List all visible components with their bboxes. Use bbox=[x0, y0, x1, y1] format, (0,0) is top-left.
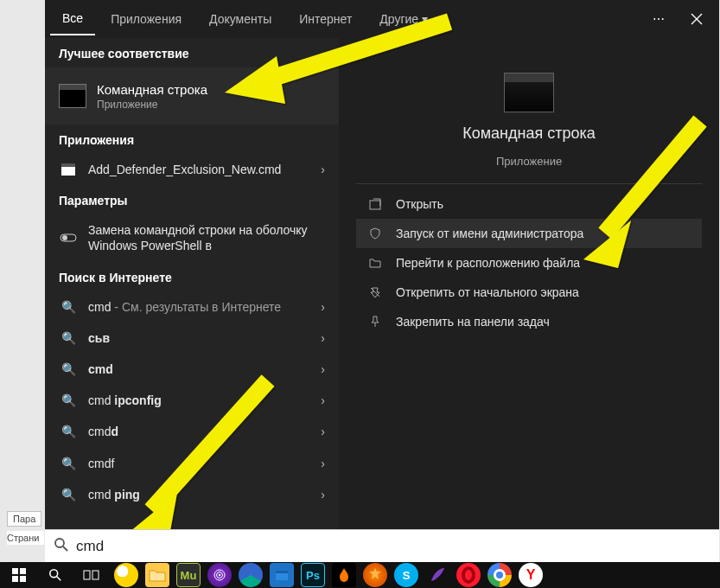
web-result-item[interactable]: 🔍 cmd › bbox=[45, 354, 339, 385]
web-result-item[interactable]: 🔍 сьв › bbox=[45, 323, 339, 354]
pin-icon bbox=[366, 316, 384, 328]
batch-file-icon bbox=[59, 163, 78, 176]
svg-rect-1 bbox=[61, 163, 75, 167]
taskbar-app-yandex-browser[interactable]: Y bbox=[519, 563, 543, 587]
chevron-right-icon: › bbox=[321, 457, 325, 470]
start-button[interactable] bbox=[2, 562, 36, 588]
action-label: Запуск от имени администратора bbox=[396, 227, 583, 240]
preview-app-icon bbox=[504, 73, 554, 112]
taskbar-app-tor[interactable] bbox=[207, 563, 232, 587]
search-icon: 🔍 bbox=[59, 393, 78, 407]
close-icon bbox=[691, 13, 703, 25]
section-apps: Приложения bbox=[45, 125, 339, 154]
tab-documents[interactable]: Документы bbox=[197, 3, 284, 35]
taskbar-app-calendar[interactable] bbox=[270, 563, 294, 587]
web-result-item[interactable]: 🔍 cmd ping › bbox=[45, 479, 339, 510]
taskbar-app-yandex[interactable] bbox=[114, 563, 138, 587]
behind-tooltip-2: Страни bbox=[7, 531, 44, 545]
taskbar-app-feather[interactable] bbox=[425, 563, 449, 587]
web-result-item[interactable]: 🔍 cmdf › bbox=[45, 448, 339, 479]
taskbar-app-explorer[interactable] bbox=[145, 563, 169, 587]
svg-point-5 bbox=[55, 539, 64, 547]
result-label: cmd bbox=[88, 361, 310, 377]
more-options-button[interactable]: ⋯ bbox=[641, 0, 676, 38]
svg-rect-8 bbox=[12, 576, 18, 582]
chevron-right-icon: › bbox=[321, 300, 325, 314]
section-best-match: Лучшее соответствие bbox=[45, 38, 339, 67]
action-unpin-start[interactable]: Открепить от начального экрана bbox=[356, 278, 702, 307]
svg-point-15 bbox=[219, 574, 220, 576]
tab-more[interactable]: Другие ▾ bbox=[367, 3, 440, 35]
search-input[interactable] bbox=[76, 538, 710, 555]
svg-point-10 bbox=[50, 570, 58, 578]
best-match-title: Командная строка bbox=[97, 82, 207, 97]
search-icon: 🔍 bbox=[59, 362, 78, 376]
search-icon: 🔍 bbox=[59, 331, 78, 345]
action-pin-taskbar[interactable]: Закрепить на панели задач bbox=[356, 307, 702, 336]
folder-icon bbox=[366, 258, 384, 268]
taskbar-app-flame[interactable] bbox=[332, 563, 356, 587]
result-label: сьв bbox=[88, 330, 310, 346]
tab-all[interactable]: Все bbox=[50, 3, 95, 35]
chevron-right-icon: › bbox=[321, 163, 325, 176]
search-tabs: Все Приложения Документы Интернет Другие… bbox=[45, 0, 719, 38]
svg-rect-4 bbox=[370, 201, 380, 209]
chevron-right-icon: › bbox=[321, 331, 325, 345]
search-icon: 🔍 bbox=[59, 300, 78, 314]
web-result-item[interactable]: 🔍 cmd ipconfig › bbox=[45, 385, 339, 416]
action-label: Открепить от начального экрана bbox=[396, 285, 579, 299]
tab-apps[interactable]: Приложения bbox=[99, 3, 194, 35]
search-icon: 🔍 bbox=[59, 425, 78, 438]
tab-web[interactable]: Интернет bbox=[287, 3, 364, 35]
section-web-search: Поиск в Интернете bbox=[45, 262, 339, 291]
best-match-subtitle: Приложение bbox=[97, 99, 207, 111]
action-run-as-admin[interactable]: Запуск от имени администратора bbox=[356, 219, 702, 248]
action-open-location[interactable]: Перейти к расположению файла bbox=[356, 248, 702, 278]
search-box-row bbox=[45, 529, 719, 562]
svg-rect-6 bbox=[12, 568, 18, 574]
chevron-right-icon: › bbox=[321, 362, 325, 376]
action-label: Перейти к расположению файла bbox=[396, 256, 580, 270]
results-list: Лучшее соответствие Командная строка При… bbox=[45, 38, 339, 529]
best-match-item[interactable]: Командная строка Приложение bbox=[45, 67, 339, 125]
search-icon: 🔍 bbox=[59, 457, 78, 470]
windows-logo-icon bbox=[12, 568, 26, 582]
result-label: Add_Defender_Exclusion_New.cmd bbox=[88, 162, 310, 177]
behind-tooltip-1: Пара bbox=[7, 511, 41, 527]
search-icon bbox=[54, 537, 69, 555]
taskbar-app-skype[interactable]: S bbox=[394, 563, 418, 587]
svg-point-3 bbox=[62, 235, 67, 240]
web-result-item[interactable]: 🔍 cmdd › bbox=[45, 416, 339, 447]
section-settings: Параметры bbox=[45, 185, 339, 214]
taskbar-app-photoshop[interactable]: Ps bbox=[301, 563, 325, 587]
task-view-icon bbox=[84, 569, 99, 581]
taskbar-app-edge[interactable] bbox=[239, 563, 263, 587]
web-result-item[interactable]: 🔍 cmd - См. результаты в Интернете › bbox=[45, 291, 339, 323]
result-label: cmdd bbox=[88, 424, 310, 439]
preview-subtitle: Приложение bbox=[496, 155, 562, 168]
taskbar-app-muse[interactable]: Mu bbox=[176, 563, 201, 587]
svg-rect-12 bbox=[92, 571, 99, 579]
result-label: cmdf bbox=[88, 456, 310, 471]
cmd-icon bbox=[59, 84, 86, 108]
taskbar-app-fox[interactable] bbox=[363, 563, 387, 587]
action-open[interactable]: Открыть bbox=[356, 189, 702, 219]
chevron-down-icon: ▾ bbox=[422, 12, 428, 26]
settings-result-item[interactable]: Замена командной строки на оболочку Wind… bbox=[45, 214, 339, 261]
result-label: cmd ipconfig bbox=[88, 393, 310, 408]
taskbar-app-chrome[interactable] bbox=[487, 563, 512, 587]
app-result-item[interactable]: Add_Defender_Exclusion_New.cmd › bbox=[45, 154, 339, 185]
chevron-right-icon: › bbox=[321, 393, 325, 407]
svg-rect-17 bbox=[276, 571, 288, 573]
task-view-button[interactable] bbox=[74, 562, 109, 588]
taskbar-search-button[interactable] bbox=[38, 562, 73, 588]
chevron-right-icon: › bbox=[321, 425, 325, 438]
action-label: Закрепить на панели задач bbox=[396, 315, 550, 329]
result-label: cmd ping bbox=[88, 487, 310, 502]
action-label: Открыть bbox=[396, 197, 443, 211]
open-icon bbox=[366, 198, 384, 210]
close-button[interactable] bbox=[679, 0, 714, 38]
taskbar-app-opera[interactable] bbox=[456, 563, 481, 587]
result-label: Замена командной строки на оболочку Wind… bbox=[88, 222, 325, 253]
preview-pane: Командная строка Приложение Открыть Запу… bbox=[339, 38, 719, 529]
